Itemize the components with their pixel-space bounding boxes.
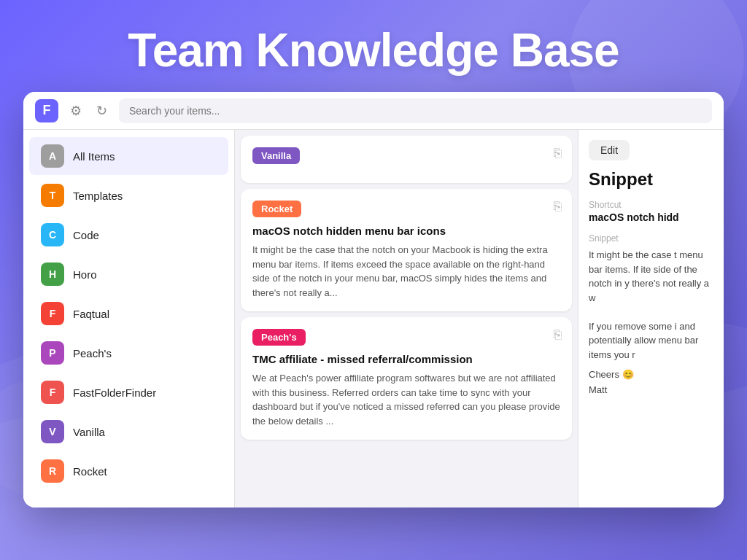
sidebar-label-vanilla: Vanilla bbox=[73, 426, 105, 438]
sidebar-avatar-rocket: R bbox=[41, 459, 64, 483]
detail-panel: Edit Snippet Shortcut macOS notch hidd S… bbox=[578, 130, 724, 508]
detail-author: Matt bbox=[589, 384, 713, 395]
sidebar-label-code: Code bbox=[73, 229, 99, 241]
sidebar: AAll ItemsTTemplatesCCodeHHoroFFaqtualPP… bbox=[23, 130, 235, 508]
settings-icon[interactable]: ⚙ bbox=[67, 100, 85, 122]
card-title-card-macos: macOS notch hidden menu bar icons bbox=[252, 225, 560, 237]
card-tmc[interactable]: ⎘Peach'sTMC affiliate - missed referral/… bbox=[241, 317, 572, 440]
sidebar-label-horo: Horo bbox=[73, 268, 97, 281]
copy-icon-card-macos[interactable]: ⎘ bbox=[554, 199, 562, 214]
sidebar-item-faqtual[interactable]: FFaqtual bbox=[29, 295, 228, 332]
shortcut-label: Shortcut bbox=[589, 200, 713, 210]
snippet-label: Snippet bbox=[589, 233, 713, 244]
hero-title: Team Knowledge Base bbox=[128, 0, 619, 92]
tag-card-macos: Rocket bbox=[252, 201, 301, 217]
copy-icon-card-vanilla[interactable]: ⎘ bbox=[554, 146, 562, 161]
sidebar-avatar-code: C bbox=[41, 223, 64, 246]
content-area: ⎘Vanilla⎘RocketmacOS notch hidden menu b… bbox=[235, 130, 578, 508]
edit-button[interactable]: Edit bbox=[589, 140, 630, 160]
shortcut-value: macOS notch hidd bbox=[589, 211, 713, 223]
app-window: F ⚙ ↻ AAll ItemsTTemplatesCCodeHHoroFFaq… bbox=[23, 92, 724, 508]
sidebar-label-peachs: Peach's bbox=[73, 347, 112, 359]
sidebar-item-rocket[interactable]: RRocket bbox=[29, 452, 228, 490]
sidebar-avatar-vanilla: V bbox=[41, 420, 64, 443]
sidebar-item-all-items[interactable]: AAll Items bbox=[29, 137, 228, 175]
card-title-card-tmc: TMC affiliate - missed referral/commissi… bbox=[252, 353, 560, 365]
sidebar-avatar-templates: T bbox=[41, 184, 64, 207]
sidebar-item-code[interactable]: CCode bbox=[29, 216, 228, 254]
toolbar: F ⚙ ↻ bbox=[23, 92, 724, 130]
sidebar-avatar-peachs: P bbox=[41, 341, 64, 365]
app-logo[interactable]: F bbox=[35, 99, 58, 122]
sidebar-item-vanilla[interactable]: VVanilla bbox=[29, 413, 228, 451]
card-macos[interactable]: ⎘RocketmacOS notch hidden menu bar icons… bbox=[241, 189, 572, 311]
sidebar-label-templates: Templates bbox=[73, 190, 123, 202]
refresh-icon[interactable]: ↻ bbox=[93, 100, 110, 122]
sidebar-label-fastfolderfinder: FastFolderFinder bbox=[73, 386, 156, 399]
snippet-text: It might be the case t menu bar items. I… bbox=[589, 248, 713, 362]
sidebar-label-all-items: All Items bbox=[73, 150, 115, 163]
sidebar-item-horo[interactable]: HHoro bbox=[29, 255, 228, 293]
card-body-card-macos: It might be the case that the notch on y… bbox=[252, 243, 560, 300]
sidebar-avatar-faqtual: F bbox=[41, 302, 64, 325]
detail-heading: Snippet bbox=[589, 169, 713, 190]
sidebar-avatar-all-items: A bbox=[41, 144, 64, 168]
tag-card-vanilla: Vanilla bbox=[252, 147, 300, 164]
sidebar-item-peachs[interactable]: PPeach's bbox=[29, 334, 228, 372]
sidebar-label-faqtual: Faqtual bbox=[73, 308, 109, 320]
sidebar-label-rocket: Rocket bbox=[73, 465, 107, 478]
detail-cheers: Cheers 😊 bbox=[589, 369, 713, 380]
sidebar-avatar-fastfolderfinder: F bbox=[41, 381, 64, 404]
copy-icon-card-tmc[interactable]: ⎘ bbox=[554, 327, 562, 343]
sidebar-item-templates[interactable]: TTemplates bbox=[29, 176, 228, 214]
sidebar-avatar-horo: H bbox=[41, 262, 64, 286]
card-body-card-tmc: We at Peach's power affiliate program so… bbox=[252, 371, 560, 428]
card-vanilla[interactable]: ⎘Vanilla bbox=[241, 136, 572, 183]
main-layout: AAll ItemsTTemplatesCCodeHHoroFFaqtualPP… bbox=[23, 130, 724, 508]
sidebar-item-fastfolderfinder[interactable]: FFastFolderFinder bbox=[29, 373, 228, 411]
logo-letter: F bbox=[43, 103, 51, 118]
tag-card-tmc: Peach's bbox=[252, 329, 306, 346]
search-input[interactable] bbox=[119, 98, 712, 123]
